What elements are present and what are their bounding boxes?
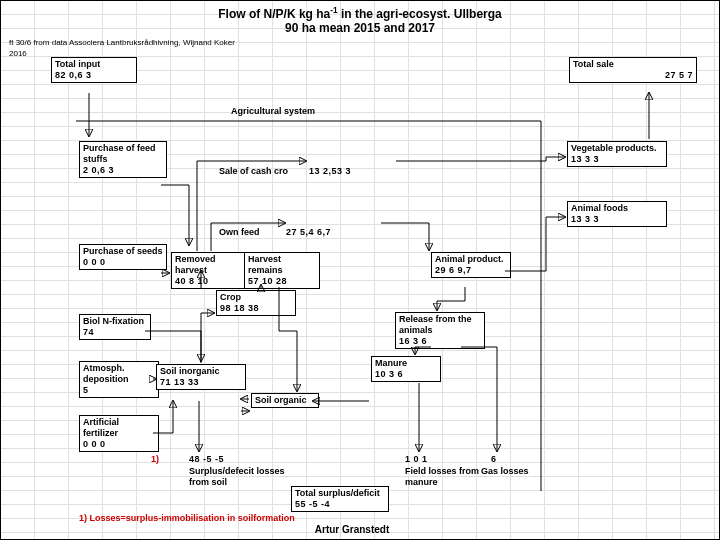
flow-arrows	[1, 1, 719, 539]
diagram-canvas: Flow of N/P/K kg ha-1 in the agri-ecosys…	[0, 0, 720, 540]
